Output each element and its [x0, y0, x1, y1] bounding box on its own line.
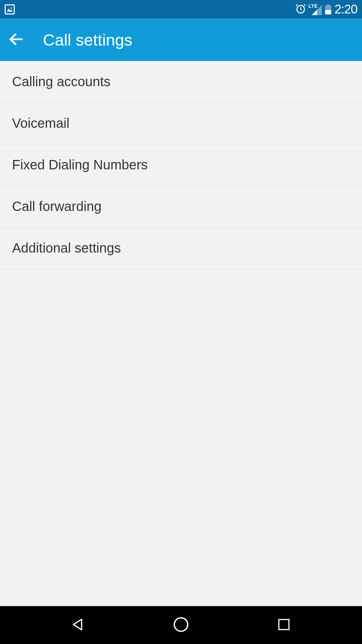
navigation-bar [0, 606, 362, 644]
square-recent-icon [277, 618, 291, 633]
back-button[interactable] [6, 30, 26, 50]
settings-item-label: Voicemail [12, 116, 69, 131]
battery-icon [325, 4, 331, 14]
triangle-back-icon [71, 618, 85, 633]
status-left [5, 4, 15, 14]
status-right: LTE 2:20 [295, 2, 357, 16]
svg-rect-4 [279, 620, 289, 630]
nav-back-button[interactable] [63, 610, 93, 640]
settings-item-label: Calling accounts [12, 74, 111, 89]
nav-recent-button[interactable] [269, 610, 299, 640]
cellular-signal-icon: LTE [310, 4, 322, 15]
svg-point-1 [11, 7, 12, 9]
settings-item-fixed-dialing-numbers[interactable]: Fixed Dialing Numbers [0, 144, 362, 186]
status-bar: LTE 2:20 [0, 0, 362, 18]
alarm-icon [295, 3, 306, 16]
settings-item-label: Call forwarding [12, 199, 102, 214]
screenshot-notification-icon [5, 4, 15, 14]
svg-point-3 [174, 618, 188, 631]
svg-marker-0 [7, 8, 13, 11]
circle-home-icon [173, 616, 189, 634]
arrow-back-icon [8, 31, 24, 49]
app-bar: Call settings [0, 18, 362, 61]
settings-item-additional-settings[interactable]: Additional settings [0, 227, 362, 269]
settings-item-calling-accounts[interactable]: Calling accounts [0, 61, 362, 103]
nav-home-button[interactable] [166, 610, 196, 640]
settings-item-label: Fixed Dialing Numbers [12, 157, 148, 172]
settings-item-voicemail[interactable]: Voicemail [0, 103, 362, 144]
settings-item-label: Additional settings [12, 240, 121, 256]
settings-item-call-forwarding[interactable]: Call forwarding [0, 186, 362, 227]
page-title: Call settings [43, 31, 132, 49]
status-time: 2:20 [335, 2, 357, 16]
settings-list: Calling accounts Voicemail Fixed Dialing… [0, 61, 362, 269]
